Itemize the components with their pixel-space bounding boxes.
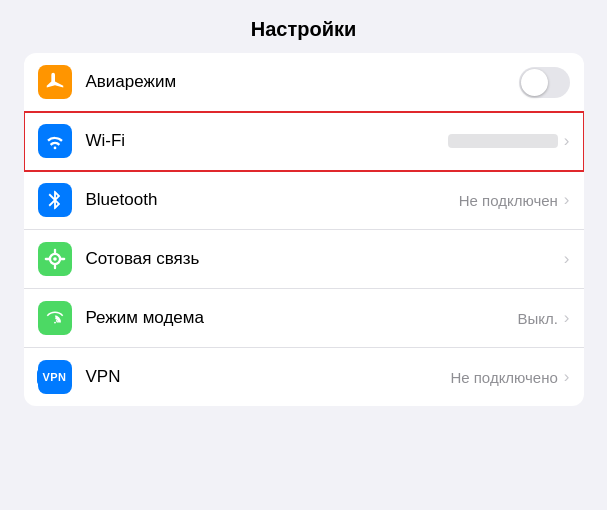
settings-group: Авиарежим Wi-Fi › Bluetooth Не подключен… xyxy=(24,53,584,406)
row-bluetooth-value: Не подключен xyxy=(459,192,558,209)
icon-vpn: VPN xyxy=(38,360,72,394)
chevron-cellular: › xyxy=(564,249,570,269)
row-hotspot[interactable]: Режим модема Выкл. › xyxy=(24,289,584,348)
svg-point-1 xyxy=(53,257,57,261)
row-hotspot-value: Выкл. xyxy=(517,310,557,327)
vpn-badge: VPN xyxy=(37,369,71,385)
toggle-airplane[interactable] xyxy=(519,67,570,98)
row-bluetooth-label: Bluetooth xyxy=(86,190,459,210)
chevron-bluetooth: › xyxy=(564,190,570,210)
page-title: Настройки xyxy=(0,0,607,53)
row-wifi-value-blur xyxy=(448,134,558,148)
icon-hotspot xyxy=(38,301,72,335)
row-cellular[interactable]: Сотовая связь › xyxy=(24,230,584,289)
icon-wifi xyxy=(38,124,72,158)
row-airplane-label: Авиарежим xyxy=(86,72,519,92)
row-vpn-value: Не подключено xyxy=(450,369,557,386)
icon-bluetooth xyxy=(38,183,72,217)
row-bluetooth[interactable]: Bluetooth Не подключен › xyxy=(24,171,584,230)
row-vpn[interactable]: VPN VPN Не подключено › xyxy=(24,348,584,406)
icon-cellular xyxy=(38,242,72,276)
toggle-knob-airplane xyxy=(521,69,548,96)
icon-airplane xyxy=(38,65,72,99)
row-wifi-label: Wi-Fi xyxy=(86,131,448,151)
chevron-wifi: › xyxy=(564,131,570,151)
row-vpn-label: VPN xyxy=(86,367,451,387)
row-cellular-label: Сотовая связь xyxy=(86,249,564,269)
row-wifi[interactable]: Wi-Fi › xyxy=(24,112,584,171)
chevron-vpn: › xyxy=(564,367,570,387)
chevron-hotspot: › xyxy=(564,308,570,328)
row-airplane[interactable]: Авиарежим xyxy=(24,53,584,112)
row-hotspot-label: Режим модема xyxy=(86,308,518,328)
